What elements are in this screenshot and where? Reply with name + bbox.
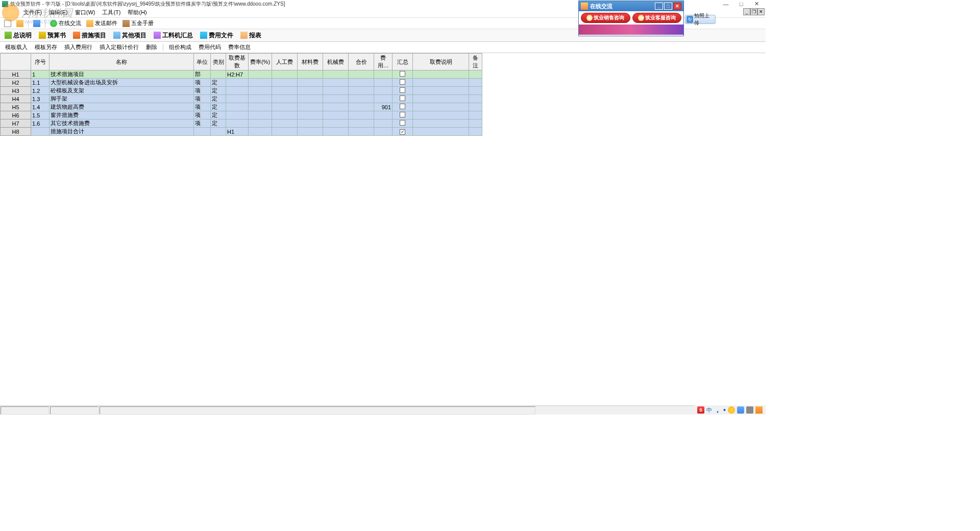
table-cell[interactable]: 定 [211, 87, 226, 95]
table-cell[interactable] [413, 103, 469, 111]
table-cell[interactable] [349, 95, 374, 103]
table-row[interactable]: H31.2砼模板及支架项定 [1, 87, 482, 95]
tab-overview[interactable]: 总说明 [1, 29, 35, 42]
tab-report[interactable]: 报表 [237, 29, 265, 42]
table-cell[interactable] [323, 119, 349, 128]
table-cell[interactable] [374, 79, 393, 87]
table-cell[interactable] [413, 70, 469, 79]
chat-popup-close-button[interactable]: ✕ [673, 3, 681, 10]
open-button[interactable] [14, 19, 26, 28]
menu-help[interactable]: 帮助(H) [125, 8, 150, 17]
table-cell[interactable]: 1.4 [31, 103, 50, 111]
handbook-button[interactable]: 五金手册 [120, 18, 156, 28]
table-row[interactable]: H41.3脚手架项定 [1, 95, 482, 103]
table-cell[interactable]: 定 [211, 79, 226, 87]
mdi-restore-button[interactable]: ❐ [750, 8, 757, 15]
table-cell[interactable]: 脚手架 [50, 95, 194, 103]
keyboard-icon[interactable] [746, 406, 753, 414]
table-cell[interactable] [298, 79, 323, 87]
table-cell-checkbox[interactable] [393, 103, 413, 111]
col-type[interactable]: 类别 [211, 54, 226, 70]
table-cell[interactable] [226, 103, 249, 111]
table-cell[interactable]: 大型机械设备进出场及安拆 [50, 79, 194, 87]
table-cell[interactable]: H3 [1, 87, 31, 95]
table-cell[interactable] [249, 79, 272, 87]
insert-quota-row-button[interactable]: 插入定额计价行 [96, 42, 142, 52]
ime-punct-icon[interactable]: ， [714, 405, 721, 415]
col-seq[interactable]: 序号 [31, 54, 50, 70]
tab-fees[interactable]: 费用文件 [197, 29, 237, 42]
col-unit[interactable]: 单位 [194, 54, 211, 70]
upload-widget[interactable]: ↻ 拍照上传 [685, 15, 716, 24]
table-cell[interactable]: 项 [194, 103, 211, 111]
table-cell[interactable] [272, 119, 298, 128]
table-cell[interactable] [249, 70, 272, 79]
table-cell[interactable] [374, 87, 393, 95]
save-button[interactable] [31, 19, 42, 28]
table-cell[interactable] [226, 119, 249, 128]
table-cell[interactable]: 定 [211, 103, 226, 111]
table-cell[interactable]: 措施项目合计 [50, 128, 194, 136]
template-save-button[interactable]: 模板另存 [32, 42, 60, 52]
table-cell[interactable] [194, 128, 211, 136]
table-cell[interactable]: 窗井措施费 [50, 111, 194, 119]
chat-support-button[interactable]: 筑业客服咨询 [632, 13, 682, 23]
table-cell[interactable] [298, 103, 323, 111]
table-cell-checkbox[interactable] [393, 87, 413, 95]
table-cell-checkbox[interactable] [393, 111, 413, 119]
table-cell[interactable] [413, 128, 469, 136]
checkbox-icon[interactable] [400, 87, 405, 93]
table-cell[interactable] [349, 111, 374, 119]
table-cell[interactable] [469, 103, 482, 111]
table-row[interactable]: H61.5窗井措施费项定 [1, 111, 482, 119]
menu-window[interactable]: 窗口(W) [72, 8, 99, 17]
tab-measures[interactable]: 措施项目 [69, 29, 110, 42]
table-cell[interactable] [413, 111, 469, 119]
table-cell[interactable] [323, 87, 349, 95]
table-cell[interactable] [272, 79, 298, 87]
table-cell[interactable] [249, 103, 272, 111]
table-cell[interactable] [323, 103, 349, 111]
table-cell[interactable]: H1 [226, 128, 249, 136]
table-cell[interactable]: 901 [374, 103, 393, 111]
table-cell[interactable] [349, 79, 374, 87]
table-cell[interactable] [374, 70, 393, 79]
col-rate[interactable]: 费率(%) [249, 54, 272, 70]
table-cell[interactable] [413, 95, 469, 103]
delete-button[interactable]: 删除 [143, 42, 160, 52]
send-mail-button[interactable]: 发送邮件 [84, 18, 119, 28]
rate-info-button[interactable]: 费率信息 [225, 42, 254, 52]
table-cell[interactable] [226, 111, 249, 119]
col-sum[interactable]: 汇总 [393, 54, 413, 70]
table-cell[interactable] [226, 87, 249, 95]
checkbox-icon[interactable] [400, 79, 405, 85]
table-cell[interactable]: 1.5 [31, 111, 50, 119]
table-cell[interactable] [226, 95, 249, 103]
table-cell[interactable] [249, 87, 272, 95]
tab-budget[interactable]: 预算书 [35, 29, 69, 42]
mdi-minimize-button[interactable]: _ [743, 8, 750, 15]
table-cell[interactable] [272, 128, 298, 136]
table-cell[interactable] [323, 128, 349, 136]
table-cell[interactable] [226, 79, 249, 87]
insert-fee-row-button[interactable]: 插入费用行 [61, 42, 95, 52]
table-cell[interactable] [349, 119, 374, 128]
table-cell[interactable] [323, 111, 349, 119]
ime-icon[interactable]: S [697, 406, 704, 414]
ime-width-icon[interactable]: • [723, 406, 726, 414]
table-cell[interactable] [211, 128, 226, 136]
table-cell[interactable] [469, 70, 482, 79]
table-cell[interactable] [413, 79, 469, 87]
checkbox-icon[interactable] [400, 95, 405, 101]
window-close-button[interactable]: ✕ [753, 1, 760, 7]
table-cell[interactable]: 项 [194, 95, 211, 103]
table-cell[interactable]: H5 [1, 103, 31, 111]
table-cell[interactable] [349, 103, 374, 111]
table-cell[interactable] [249, 95, 272, 103]
table-cell[interactable] [349, 87, 374, 95]
mdi-close-button[interactable]: ✕ [757, 8, 765, 15]
col-use[interactable]: 费用… [374, 54, 393, 70]
new-button[interactable] [2, 19, 13, 28]
table-cell[interactable]: 1.1 [31, 79, 50, 87]
table-cell[interactable]: 砼模板及支架 [50, 87, 194, 95]
